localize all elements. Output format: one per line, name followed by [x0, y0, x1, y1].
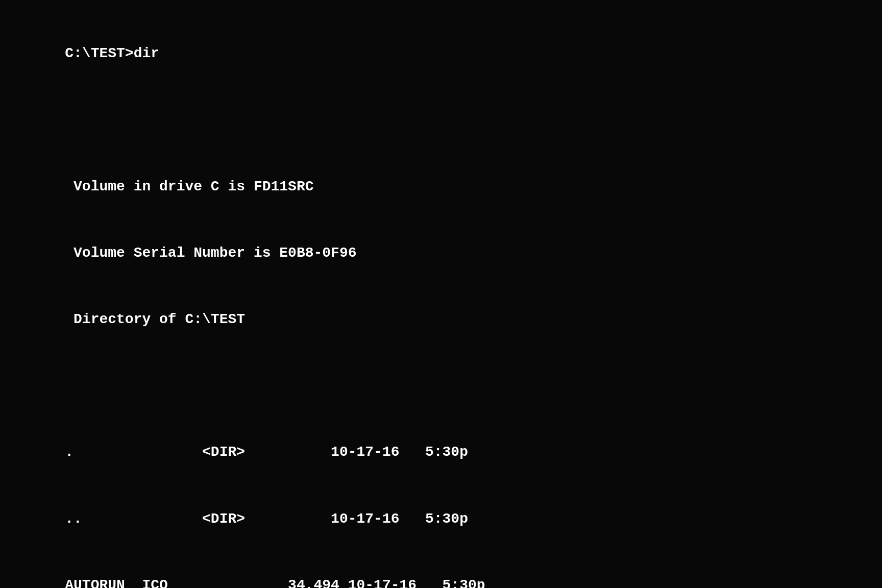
terminal-line-3: Volume in drive C is FD11SRC: [65, 179, 313, 194]
terminal-line-4: Volume Serial Number is E0B8-0F96: [65, 245, 356, 261]
terminal-line-7: . <DIR> 10-17-16 5:30p: [65, 444, 468, 460]
terminal-line-1: C:\TEST>dir: [65, 45, 159, 61]
terminal-line-5: Directory of C:\TEST: [65, 311, 245, 327]
terminal-line-9: AUTORUN ICO 34,494 10-17-16 5:30p: [65, 577, 485, 588]
screen: C:\TEST>dir Volume in drive C is FD11SRC…: [0, 0, 882, 588]
terminal-line-8: .. <DIR> 10-17-16 5:30p: [65, 511, 468, 527]
terminal-output: C:\TEST>dir Volume in drive C is FD11SRC…: [0, 0, 882, 588]
